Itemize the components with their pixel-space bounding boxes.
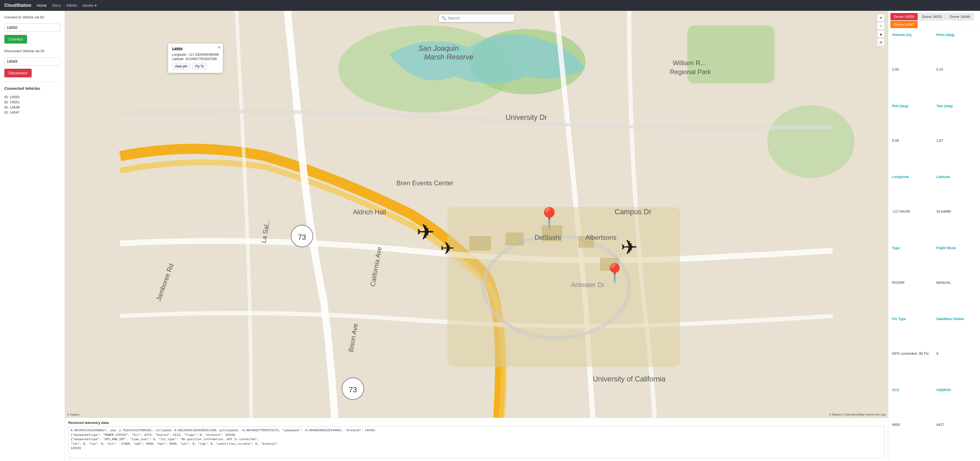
popup-title: 14550 xyxy=(172,47,219,51)
list-item: ID: 14551 xyxy=(4,100,60,104)
log-line: {"mavpackettype": "GPS_RAW_INT", "time_u… xyxy=(71,437,882,442)
latitude-header: Latitude xyxy=(936,175,977,208)
svg-point-4 xyxy=(767,105,854,178)
drone-tab-14550[interactable]: Drone 14550 xyxy=(890,13,918,20)
map-attribution: © Mapbox © OpenStreetMap Improve this ma… xyxy=(829,413,886,416)
satellites-value: 8 xyxy=(936,352,977,385)
connect-button[interactable]: Connect xyxy=(4,35,27,44)
svg-text:✈: ✈ xyxy=(440,239,455,258)
fly-to-button[interactable]: Fly To xyxy=(192,63,207,70)
latitude-value: 33.64990 xyxy=(936,209,977,243)
svg-text:Bren Events Center: Bren Events Center xyxy=(396,179,454,187)
map-search[interactable]: 🔍 xyxy=(439,14,514,22)
center-area: 73 73 San Joaquin Marsh Reserve William … xyxy=(65,11,888,461)
connect-label: Connect to Vehicle via ID: xyxy=(4,15,60,19)
nav-user[interactable]: steven ▾ xyxy=(83,3,97,8)
list-item: ID: 14547 xyxy=(4,110,60,114)
nav-admin[interactable]: Admin xyxy=(66,3,77,8)
svg-text:Aldrich Hall: Aldrich Hall xyxy=(353,208,386,215)
popup-longitude: Longitude: -117.8326394399489 xyxy=(172,53,219,57)
sidebar-divider xyxy=(4,82,60,82)
popup-latitude: Latitude: 33.649077051647936 xyxy=(172,57,219,61)
svg-rect-7 xyxy=(469,236,491,251)
list-item: ID: 14548 xyxy=(4,105,60,109)
north-up-button[interactable]: ▲ xyxy=(877,30,885,38)
svg-text:73: 73 xyxy=(298,233,306,241)
vcc-header: VCC xyxy=(892,388,932,421)
locate-button[interactable]: ◎ xyxy=(877,38,885,46)
disconnect-input[interactable] xyxy=(4,57,60,65)
telemetry-log[interactable]: 0.06295417631030062?, yaw: 2.76253241279… xyxy=(68,426,885,458)
svg-text:Marsh Reserve: Marsh Reserve xyxy=(424,53,474,61)
mapbox-logo: © mapbox xyxy=(67,413,80,416)
svg-text:📍: 📍 xyxy=(536,206,562,230)
yaw-value: 1.87 xyxy=(936,138,977,172)
flight-mode-value: MANUAL xyxy=(936,280,977,314)
connect-input[interactable] xyxy=(4,24,60,32)
sidebar: Connect to Vehicle via ID: Connect Disco… xyxy=(0,11,65,461)
flight-mode-header: Flight Mode xyxy=(936,246,977,279)
svg-text:Albertsons: Albertsons xyxy=(585,234,616,241)
chevron-down-icon: ▾ xyxy=(95,3,97,8)
nav-home[interactable]: Home xyxy=(37,3,47,8)
telemetry-log-label: Received telemetry data: xyxy=(68,421,885,425)
svg-text:📍: 📍 xyxy=(603,262,627,285)
svg-text:73: 73 xyxy=(349,386,357,394)
search-icon: 🔍 xyxy=(442,16,446,20)
vehicle-list: ID: 14550 ID: 14551 ID: 14548 ID: 14547 xyxy=(4,95,60,114)
connected-vehicles-title: Connected Vehicles xyxy=(4,86,60,90)
svg-text:Anteater Dr: Anteater Dr xyxy=(571,281,605,288)
longitude-header: Longitude xyxy=(892,175,932,208)
svg-text:DelSushi: DelSushi xyxy=(535,234,561,241)
svg-rect-8 xyxy=(506,232,523,246)
satellites-header: Satellites Visible xyxy=(936,317,977,350)
disconnect-label: Disconnect Vehicle via ID: xyxy=(4,49,60,53)
list-item: ID: 14550 xyxy=(4,95,60,99)
pitch-header: Pitch (deg) xyxy=(936,33,977,66)
main-layout: Connect to Vehicle via ID: Connect Disco… xyxy=(0,11,980,461)
drone-tab-14548[interactable]: Drone 14548 xyxy=(946,13,974,20)
yaw-header: Yaw (deg) xyxy=(936,104,977,138)
svg-text:Regional Park: Regional Park xyxy=(670,68,711,76)
zoom-out-button[interactable]: − xyxy=(877,22,885,30)
drone-tab-14547[interactable]: Drone 14547 xyxy=(890,21,918,28)
altitude-header: Altitude (m) xyxy=(892,33,932,66)
altitude-value: 2.00 xyxy=(892,67,932,101)
roll-value: 0.09 xyxy=(892,138,932,172)
zoom-in-button[interactable]: + xyxy=(877,14,885,22)
app-brand: CloudStation xyxy=(4,3,32,8)
clear-pin-button[interactable]: clear pin xyxy=(172,63,190,70)
vcc-value: 4600 xyxy=(892,423,932,456)
type-header: Type xyxy=(892,246,932,279)
fix-type-header: Fix Type xyxy=(892,317,932,350)
svg-text:✈: ✈ xyxy=(621,236,638,259)
fix-type-value: GPS connected, 3D Fix xyxy=(892,352,932,385)
right-panel: Drone 14550 Drone 14551 Drone 14548 Dron… xyxy=(888,11,980,461)
log-line: 14550} xyxy=(71,446,882,451)
map-container[interactable]: 73 73 San Joaquin Marsh Reserve William … xyxy=(65,11,888,418)
telemetry-area: Received telemetry data: 0.0629541763103… xyxy=(65,418,888,461)
nav-docs[interactable]: Docs xyxy=(52,3,61,8)
log-line: "lat": 0, "lon": 0, "alt": -17000, "eph"… xyxy=(71,442,882,447)
longitude-value: -117.84199 xyxy=(892,209,932,243)
pitch-value: 0.15 xyxy=(936,67,977,101)
map-popup: ✕ 14550 Longitude: -117.8326394399489 La… xyxy=(168,43,223,73)
svg-text:University of California: University of California xyxy=(593,375,666,383)
drone-tab-14551[interactable]: Drone 14551 xyxy=(918,13,946,20)
log-line: 0.06295417631030062?, yaw: 2.76253241279… xyxy=(71,428,882,433)
disconnect-button[interactable]: Disconnect xyxy=(4,69,32,78)
telem-grid: Altitude (m) Pitch (deg) 2.00 0.15 Roll … xyxy=(888,30,980,461)
svg-text:William R...: William R... xyxy=(673,59,706,67)
map-controls: + − ▲ ◎ xyxy=(877,14,885,46)
log-line: {"mavpackettype": "POWER_STATUS", "Vcc":… xyxy=(71,433,882,437)
svg-text:San Joaquin: San Joaquin xyxy=(418,44,458,52)
type-value: ROVER xyxy=(892,280,932,314)
svg-text:✈: ✈ xyxy=(416,220,435,244)
drone-tabs: Drone 14550 Drone 14551 Drone 14548 Dron… xyxy=(888,11,980,30)
popup-close-button[interactable]: ✕ xyxy=(217,45,221,49)
vservo-value: 4427 xyxy=(936,423,977,456)
vservo-header: VSERVO xyxy=(936,388,977,421)
popup-actions: clear pin Fly To xyxy=(172,63,219,70)
svg-text:University Dr: University Dr xyxy=(506,113,547,122)
search-input[interactable] xyxy=(448,16,511,20)
